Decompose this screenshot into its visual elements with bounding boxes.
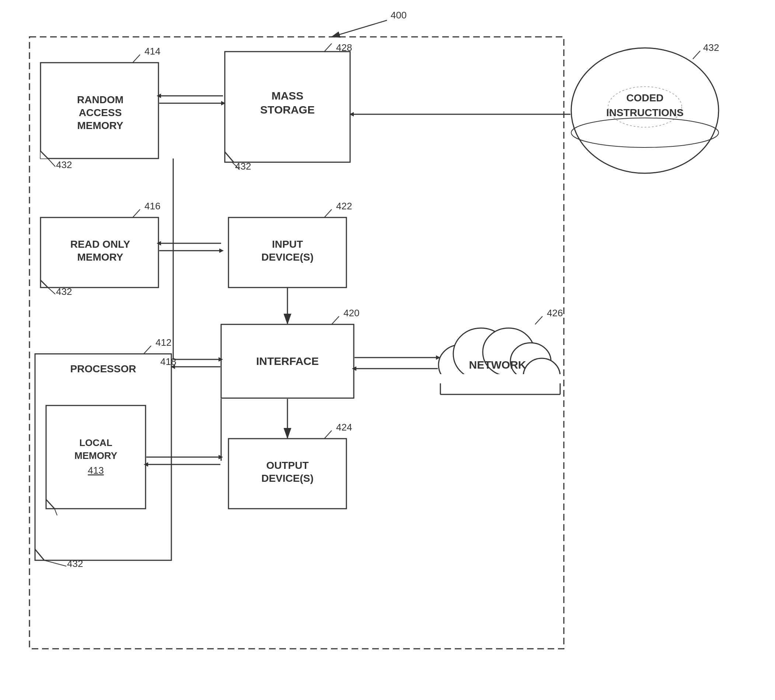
label-432-coded-text: 432 (703, 42, 719, 53)
label-420-text: 420 (343, 307, 359, 318)
label-428-text: 428 (336, 42, 352, 53)
diagram-wrapper: 400 428 414 432 416 432 412 432 432 422 … (0, 0, 775, 700)
label-432-ram-text: 432 (56, 159, 72, 170)
ram-text-line2: ACCESS (79, 107, 122, 118)
label-432-proc-text: 432 (67, 558, 83, 569)
input-device-text1: INPUT (272, 238, 303, 250)
tick-432-coded (693, 51, 700, 59)
processor-text: PROCESSOR (70, 363, 136, 375)
rom-432-tick (48, 288, 55, 294)
label-400: 400 (391, 10, 406, 21)
proc-432-tick (44, 560, 67, 566)
tick-422 (324, 209, 332, 217)
mass-storage-text1: MASS (272, 90, 304, 102)
label-422-text: 422 (336, 200, 352, 212)
tick-428 (324, 43, 332, 52)
network-text: NETWORK (469, 359, 526, 371)
label-413-text: 413 (88, 465, 103, 476)
tick-424 (324, 430, 332, 438)
label-432-rom-text: 432 (56, 286, 72, 297)
tick-416 (133, 209, 140, 217)
output-device-text2: DEVICE(S) (261, 473, 314, 484)
tick-412 (144, 346, 151, 354)
interface-text: INTERFACE (256, 355, 319, 367)
local-mem-text-line2: MEMORY (75, 450, 117, 461)
label-426-text: 426 (547, 307, 563, 318)
coded-text2: INSTRUCTIONS (606, 107, 684, 118)
coded-text1: CODED (626, 92, 664, 103)
tick-414 (133, 55, 140, 63)
label-412-text: 412 (156, 337, 171, 348)
ram-text-line3: MEMORY (77, 120, 123, 131)
rom-text-line2: MEMORY (77, 252, 123, 263)
tick-420 (332, 316, 339, 324)
label-432-ms-text: 432 (235, 161, 251, 172)
arrow-rom-right-head (219, 248, 224, 253)
label-418-text: 418 (160, 356, 176, 367)
input-device-text2: DEVICE(S) (261, 252, 314, 263)
ram-text-line1: RANDOM (77, 94, 123, 105)
mass-storage-text2: STORAGE (260, 103, 315, 116)
ram-432-tick (48, 158, 55, 167)
local-mem-text-line1: LOCAL (79, 437, 112, 448)
label-416-text: 416 (145, 200, 160, 212)
arrow-400 (332, 20, 387, 37)
label-414-text: 414 (145, 46, 160, 57)
main-svg: 400 428 414 432 416 432 412 432 432 422 … (0, 0, 775, 700)
cloud-bottom-fill (441, 374, 562, 400)
tick-426 (535, 316, 542, 324)
output-device-text1: OUTPUT (266, 460, 308, 471)
rom-text-line1: READ ONLY (70, 238, 130, 250)
label-424-text: 424 (336, 422, 352, 433)
